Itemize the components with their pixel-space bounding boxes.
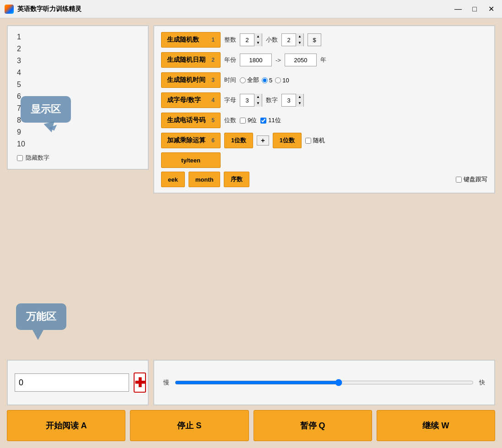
add-button[interactable]: ✚ <box>134 372 146 393</box>
decimal-input[interactable]: 2 <box>282 37 296 43</box>
hide-number-checkbox[interactable] <box>17 155 23 161</box>
answer-input[interactable]: 0 <box>15 373 129 392</box>
middle-section: 0 ✚ 慢 快 <box>7 360 495 405</box>
decimal-arrows: ▲ ▼ <box>296 33 303 46</box>
time-all-label: 全部 <box>247 76 259 84</box>
integer-up[interactable]: ▲ <box>254 33 262 40</box>
start-button[interactable]: 开始阅读 A <box>7 410 125 441</box>
random-label: 随机 <box>313 136 325 145</box>
window-title: 英语数字听力训练精灵 <box>17 5 452 13</box>
list-item: 1 <box>17 33 139 41</box>
decimal-up[interactable]: ▲ <box>296 33 303 40</box>
display-area-wrapper: 1 2 3 4 5 6 7 8 9 10 隐藏数字 显示区 <box>7 25 149 355</box>
random-number-row: 生成随机数 1 整数 2 ▲ ▼ 小数 2 <box>161 32 487 48</box>
letter-up[interactable]: ▲ <box>254 94 262 100</box>
settings-area-wrapper: 生成随机数 1 整数 2 ▲ ▼ 小数 2 <box>153 25 495 355</box>
close-button[interactable]: ✕ <box>485 3 497 16</box>
random-checkbox[interactable] <box>305 138 311 144</box>
fast-label: 快 <box>479 378 485 387</box>
11digit-checkbox[interactable] <box>260 118 266 124</box>
operator-label: + <box>257 135 269 146</box>
window-controls: — □ ✕ <box>452 3 497 16</box>
11digit-option: 11位 <box>260 116 281 124</box>
9digit-label: 9位 <box>248 116 257 124</box>
list-item: 7 <box>17 104 139 113</box>
letter-number-btn[interactable]: 成字母/数字 4 <box>161 92 221 108</box>
random-option: 随机 <box>305 136 325 145</box>
continue-button[interactable]: 继续 W <box>377 410 495 441</box>
speed-panel: 慢 快 <box>153 360 495 405</box>
time-label: 时间 <box>224 76 236 84</box>
list-item: 3 <box>17 57 139 65</box>
list-item: 5 <box>17 81 139 89</box>
decimal-down[interactable]: ▼ <box>296 40 303 46</box>
letter-spinbox[interactable]: 3 ▲ ▼ <box>240 94 262 107</box>
ty-teen-btn[interactable]: ty/teen <box>161 152 221 168</box>
time-all-radio[interactable] <box>240 77 246 83</box>
month-btn[interactable]: month <box>189 172 221 187</box>
letter-down[interactable]: ▼ <box>254 100 262 107</box>
year-from-input[interactable]: 1800 <box>240 54 272 66</box>
integer-down[interactable]: ▼ <box>254 40 262 46</box>
year-label: 年份 <box>224 56 236 64</box>
ordinal-btn[interactable]: 序数 <box>224 172 249 187</box>
digit1-btn[interactable]: 1位数 <box>224 133 253 148</box>
list-item: 8 <box>17 116 139 124</box>
digit2-btn[interactable]: 1位数 <box>273 133 302 148</box>
math-ops-row: 加减乘除运算 6 1位数 + 1位数 随机 <box>161 132 487 149</box>
letter-number-row: 成字母/数字 4 字母 3 ▲ ▼ 数字 3 <box>161 92 487 108</box>
random-date-btn[interactable]: 生成随机日期 2 <box>161 52 221 68</box>
year-to-input[interactable]: 2050 <box>285 54 317 66</box>
year-suffix: 年 <box>320 56 326 64</box>
digits-label: 位数 <box>224 116 236 124</box>
speed-slider[interactable] <box>175 379 474 386</box>
stop-button[interactable]: 停止 S <box>130 410 248 441</box>
top-section: 1 2 3 4 5 6 7 8 9 10 隐藏数字 显示区 <box>7 25 495 355</box>
list-item: 9 <box>17 128 139 136</box>
keyboard-follow-label: 键盘跟写 <box>464 175 487 184</box>
decimal-label: 小数 <box>266 36 278 44</box>
time-5-option: 5 <box>262 77 272 84</box>
time-5-label: 5 <box>269 77 272 84</box>
settings-panel: 生成随机数 1 整数 2 ▲ ▼ 小数 2 <box>153 25 495 194</box>
9digit-checkbox[interactable] <box>240 118 246 124</box>
integer-input[interactable]: 2 <box>240 37 254 43</box>
number-spinbox[interactable]: 3 ▲ ▼ <box>281 94 304 107</box>
time-10-radio[interactable] <box>275 77 281 83</box>
keyboard-follow-checkbox[interactable] <box>456 177 462 183</box>
number-input[interactable]: 3 <box>282 97 296 104</box>
speed-slider-container <box>175 376 474 389</box>
app-icon <box>5 5 14 14</box>
phone-number-btn[interactable]: 生成电话号码 5 <box>161 113 221 128</box>
math-ops-btn[interactable]: 加减乘除运算 6 <box>161 133 221 148</box>
decimal-spinbox[interactable]: 2 ▲ ▼ <box>281 33 304 46</box>
integer-spinbox[interactable]: 2 ▲ ▼ <box>240 33 262 46</box>
list-item: 10 <box>17 140 139 148</box>
random-time-row: 生成随机时间 3 时间 全部 5 <box>161 72 487 88</box>
bottom-btn-row: eek month 序数 键盘跟写 <box>161 172 487 187</box>
hide-number-row: 隐藏数字 <box>17 154 139 162</box>
random-number-btn[interactable]: 生成随机数 1 <box>161 32 221 48</box>
wan-area-tooltip: 万能区 <box>16 303 66 330</box>
titlebar: 英语数字听力训练精灵 — □ ✕ <box>0 0 502 18</box>
hide-number-label: 隐藏数字 <box>26 154 49 162</box>
keyboard-follow-option: 键盘跟写 <box>456 175 487 184</box>
random-date-row: 生成随机日期 2 年份 1800 -> 2050 年 <box>161 52 487 68</box>
minimize-button[interactable]: — <box>452 3 464 16</box>
11digit-label: 11位 <box>268 116 281 124</box>
year-arrow: -> <box>275 57 281 64</box>
week-btn[interactable]: eek <box>161 172 185 187</box>
time-5-radio[interactable] <box>262 77 268 83</box>
pause-button[interactable]: 暂停 Q <box>254 410 372 441</box>
letter-input[interactable]: 3 <box>240 97 254 104</box>
number-label: 数字 <box>266 96 278 104</box>
random-time-btn[interactable]: 生成随机时间 3 <box>161 72 221 88</box>
letter-label: 字母 <box>224 96 236 104</box>
number-up[interactable]: ▲ <box>296 94 303 100</box>
slow-label: 慢 <box>163 378 169 387</box>
currency-btn[interactable]: $ <box>308 33 321 46</box>
number-down[interactable]: ▼ <box>296 100 303 107</box>
wan-area-tooltip-label: 万能区 <box>26 311 56 322</box>
list-item: 6 <box>17 92 139 101</box>
maximize-button[interactable]: □ <box>468 3 481 16</box>
